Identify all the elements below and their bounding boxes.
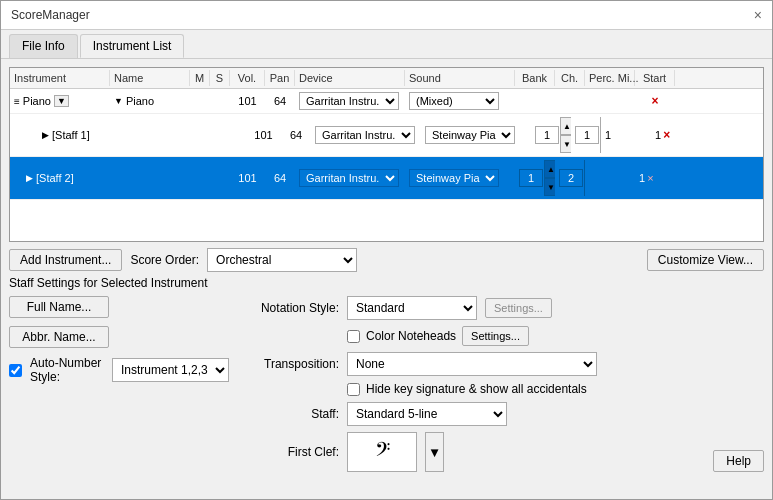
color-noteheads-label: Color Noteheads <box>366 329 456 343</box>
notation-style-row: Notation Style: Standard Settings... <box>249 296 764 320</box>
row3-ch: ▲ ▼ <box>555 159 585 197</box>
staff-settings: Staff Settings for Selected Instrument F… <box>9 276 764 491</box>
clef-dropdown-button[interactable]: ▼ <box>425 432 444 472</box>
row3-bank: ▲ ▼ <box>515 159 555 197</box>
full-name-button[interactable]: Full Name... <box>9 296 109 318</box>
hide-key-checkbox[interactable] <box>347 383 360 396</box>
toolbar: Add Instrument... Score Order: Orchestra… <box>9 242 764 276</box>
table-row[interactable]: ▶ [Staff 2] 101 64 Garritan Instru... <box>10 157 763 200</box>
window-title: ScoreManager <box>11 8 90 22</box>
row1-device: Garritan Instru... <box>295 91 405 111</box>
col-device: Device <box>295 70 405 86</box>
row3-ch-up[interactable]: ▲ <box>584 160 585 178</box>
right-panel: Notation Style: Standard Settings... Col… <box>249 296 764 491</box>
col-vol: Vol. <box>230 70 265 86</box>
row3-sound-select[interactable]: Steinway Piano <box>409 169 499 187</box>
table-row[interactable]: ≡ Piano ▼ ▼ Piano 101 64 Garritan Instr <box>10 89 763 114</box>
row1-sound: (Mixed) <box>405 91 515 111</box>
row3-s <box>210 177 230 179</box>
row3-bank-down[interactable]: ▼ <box>544 178 555 196</box>
notation-style-select[interactable]: Standard <box>347 296 477 320</box>
row3-vol: 101 <box>230 171 265 185</box>
col-bank: Bank <box>515 70 555 86</box>
row2-perc: 1 <box>601 128 651 142</box>
staff-select[interactable]: Standard 5-line <box>347 402 507 426</box>
col-perc: Perc. Mi... <box>585 70 635 86</box>
row3-name <box>110 177 190 179</box>
auto-number-label: Auto-Number Style: <box>30 356 104 384</box>
row1-s <box>210 100 230 102</box>
col-sound: Sound <box>405 70 515 86</box>
row3-instrument: ▶ [Staff 2] <box>10 171 110 185</box>
row2-device: Garritan Instru... <box>311 125 421 145</box>
transposition-select[interactable]: None <box>347 352 597 376</box>
row2-vol: 101 <box>246 128 281 142</box>
score-order-select[interactable]: Orchestral <box>207 248 357 272</box>
close-button[interactable]: × <box>754 7 762 23</box>
row3-bank-up[interactable]: ▲ <box>544 160 555 178</box>
settings-btn-2[interactable]: Settings... <box>462 326 529 346</box>
row2-sound-select[interactable]: Steinway Piano <box>425 126 515 144</box>
row3-device: Garritan Instru... <box>295 168 405 188</box>
col-name: Name <box>110 70 190 86</box>
hide-key-label: Hide key signature & show all accidental… <box>366 382 587 396</box>
row2-device-select[interactable]: Garritan Instru... <box>315 126 415 144</box>
col-start: Start <box>635 70 675 86</box>
row2-bank-down[interactable]: ▼ <box>560 135 571 153</box>
row2-name <box>126 134 206 136</box>
score-manager-window: ScoreManager × File Info Instrument List… <box>0 0 773 500</box>
row1-device-select[interactable]: Garritan Instru... <box>299 92 399 110</box>
tab-file-info[interactable]: File Info <box>9 34 78 58</box>
row2-bank-input[interactable] <box>535 126 559 144</box>
row1-sound-select[interactable]: (Mixed) <box>409 92 499 110</box>
row3-m <box>190 177 210 179</box>
row3-remove[interactable]: × <box>647 172 653 184</box>
row3-perc <box>585 177 635 179</box>
row2-ch-input[interactable] <box>575 126 599 144</box>
row2-remove[interactable]: × <box>663 128 670 142</box>
row1-remove[interactable]: × <box>651 94 658 108</box>
row1-ch <box>555 100 585 102</box>
row1-m <box>190 100 210 102</box>
row3-start: 1 × <box>635 171 675 185</box>
row3-pan: 64 <box>265 171 295 185</box>
row3-bank-input[interactable] <box>519 169 543 187</box>
row3-instrument-label: [Staff 2] <box>36 172 74 184</box>
abbr-name-button[interactable]: Abbr. Name... <box>9 326 109 348</box>
hide-key-row: Hide key signature & show all accidental… <box>347 382 764 396</box>
help-button[interactable]: Help <box>713 450 764 472</box>
row2-bank-up[interactable]: ▲ <box>560 117 571 135</box>
table-body: ≡ Piano ▼ ▼ Piano 101 64 Garritan Instr <box>10 89 763 200</box>
auto-number-select[interactable]: Instrument 1,2,3 <box>112 358 229 382</box>
col-ch: Ch. <box>555 70 585 86</box>
row1-instrument-label: Piano <box>23 95 51 107</box>
add-instrument-button[interactable]: Add Instrument... <box>9 249 122 271</box>
dropdown-icon[interactable]: ▼ <box>54 95 69 107</box>
transposition-row: Transposition: None <box>249 352 764 376</box>
table-row[interactable]: ▶ [Staff 1] 101 64 Garritan Instru... <box>10 114 763 157</box>
customize-view-button[interactable]: Customize View... <box>647 249 764 271</box>
col-pan: Pan <box>265 70 295 86</box>
row1-name: ▼ Piano <box>110 94 190 108</box>
row1-name-label: Piano <box>126 95 154 107</box>
tab-instrument-list[interactable]: Instrument List <box>80 34 185 58</box>
row1-bank <box>515 100 555 102</box>
row2-pan: 64 <box>281 128 311 142</box>
first-clef-row: First Clef: 𝄢 ▼ Help <box>249 432 764 472</box>
expand-icon: ≡ <box>14 96 20 107</box>
row2-ch: ▲ ▼ <box>571 116 601 154</box>
row3-ch-down[interactable]: ▼ <box>584 178 585 196</box>
col-m: M <box>190 70 210 86</box>
play-icon: ▶ <box>42 130 49 140</box>
left-panel: Full Name... Abbr. Name... Auto-Number S… <box>9 296 229 491</box>
auto-number-checkbox[interactable] <box>9 364 22 377</box>
row3-ch-input[interactable] <box>559 169 583 187</box>
settings-btn-1[interactable]: Settings... <box>485 298 552 318</box>
row2-start: 1 × <box>651 127 691 143</box>
clef-symbol: 𝄢 <box>375 440 390 464</box>
color-noteheads-row: Color Noteheads Settings... <box>347 326 764 346</box>
color-noteheads-checkbox[interactable] <box>347 330 360 343</box>
notation-style-label: Notation Style: <box>249 301 339 315</box>
name-arrow: ▼ <box>114 96 123 106</box>
row3-device-select[interactable]: Garritan Instru... <box>299 169 399 187</box>
